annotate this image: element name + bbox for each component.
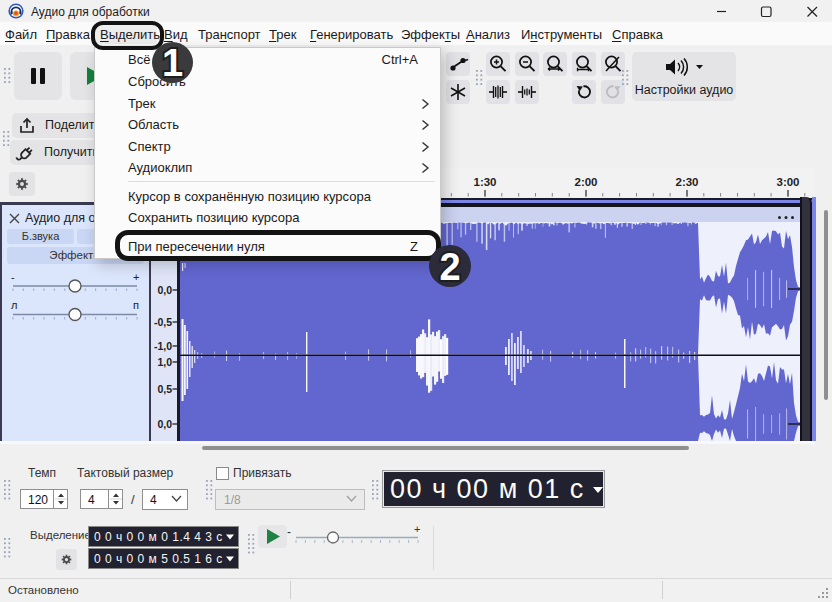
- svg-text:-: -: [287, 525, 291, 539]
- svg-text:2: 2: [439, 246, 460, 288]
- svg-text:+: +: [414, 523, 420, 535]
- svg-text:1: 1: [161, 42, 182, 84]
